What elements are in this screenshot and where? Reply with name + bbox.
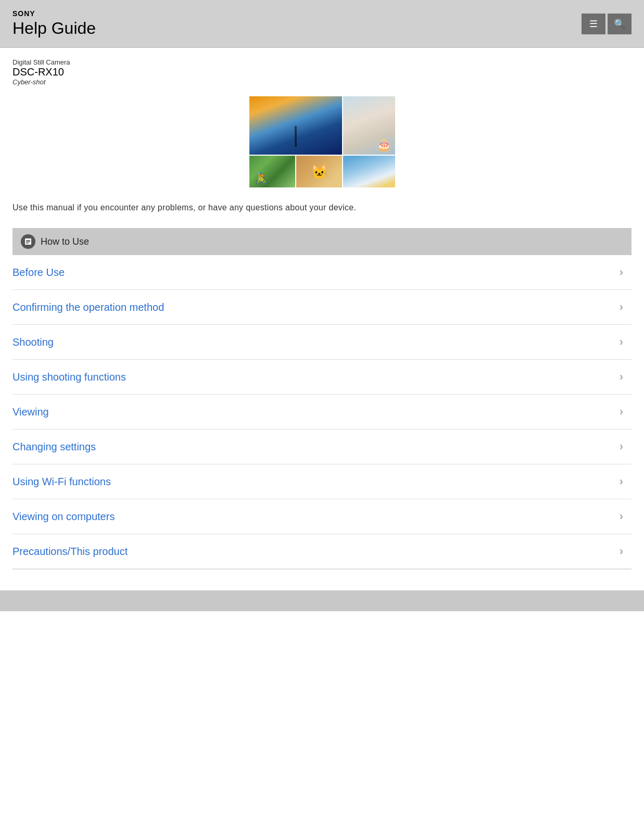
device-info: Digital Still Camera DSC-RX10 Cyber-shot: [12, 58, 632, 86]
nav-item[interactable]: Viewing ›: [12, 395, 632, 430]
device-series: Cyber-shot: [12, 78, 632, 86]
chevron-right-icon: ›: [620, 266, 623, 279]
header-branding: SONY Help Guide: [12, 9, 96, 38]
device-type: Digital Still Camera: [12, 58, 632, 66]
device-model: DSC-RX10: [12, 66, 632, 78]
nav-item-label: Confirming the operation method: [12, 301, 164, 313]
nav-item[interactable]: Using shooting functions ›: [12, 360, 632, 395]
chevron-right-icon: ›: [620, 545, 623, 558]
intro-text: Use this manual if you encounter any pro…: [12, 203, 632, 212]
search-button[interactable]: 🔍: [608, 14, 632, 34]
main-content: Digital Still Camera DSC-RX10 Cyber-shot…: [0, 48, 644, 580]
nav-item[interactable]: Before Use ›: [12, 255, 632, 290]
hero-image-container: [12, 96, 632, 187]
photo-collage: [249, 96, 395, 187]
chevron-right-icon: ›: [620, 440, 623, 453]
collage-bottom-row: [249, 156, 395, 187]
chevron-right-icon: ›: [620, 510, 623, 523]
nav-item-label: Viewing: [12, 406, 49, 418]
svg-rect-3: [26, 243, 29, 244]
nav-item[interactable]: Shooting ›: [12, 325, 632, 360]
toc-icon: ☰: [589, 18, 598, 30]
page-header: SONY Help Guide ☰ 🔍: [0, 0, 644, 48]
nav-item[interactable]: Viewing on computers ›: [12, 499, 632, 534]
nav-item[interactable]: Using Wi-Fi functions ›: [12, 464, 632, 499]
nav-item-label: Using Wi-Fi functions: [12, 476, 111, 488]
chevron-right-icon: ›: [620, 300, 623, 314]
chevron-right-icon: ›: [620, 475, 623, 488]
nav-list: Before Use › Confirming the operation me…: [12, 255, 632, 570]
nav-item[interactable]: Precautions/This product ›: [12, 534, 632, 569]
collage-photo-cycling: [249, 156, 295, 187]
header-actions: ☰ 🔍: [582, 14, 632, 34]
nav-item[interactable]: Changing settings ›: [12, 430, 632, 464]
nav-item-label: Viewing on computers: [12, 511, 115, 523]
svg-rect-1: [26, 240, 30, 241]
chevron-right-icon: ›: [620, 405, 623, 419]
how-to-use-icon: [21, 234, 35, 249]
nav-item-label: Shooting: [12, 336, 54, 348]
nav-item[interactable]: Confirming the operation method ›: [12, 290, 632, 325]
collage-photo-sunset: [249, 96, 342, 155]
collage-top-row: [249, 96, 395, 155]
svg-rect-2: [26, 242, 30, 243]
chevron-right-icon: ›: [620, 335, 623, 349]
how-to-use-label: How to Use: [41, 236, 89, 247]
how-to-use-section-header: How to Use: [12, 228, 632, 255]
page-title: Help Guide: [12, 19, 96, 38]
nav-item-label: Changing settings: [12, 441, 96, 453]
sony-logo: SONY: [12, 9, 96, 18]
nav-item-label: Using shooting functions: [12, 371, 126, 383]
search-icon: 🔍: [614, 18, 625, 30]
chevron-right-icon: ›: [620, 370, 623, 384]
nav-item-label: Precautions/This product: [12, 546, 128, 558]
collage-photo-birthday: [343, 96, 395, 155]
page-footer: [0, 590, 644, 611]
collage-photo-cat: [296, 156, 342, 187]
collage-photo-field: [343, 156, 395, 187]
toc-button[interactable]: ☰: [582, 14, 605, 34]
book-icon: [24, 237, 32, 246]
nav-item-label: Before Use: [12, 267, 65, 279]
